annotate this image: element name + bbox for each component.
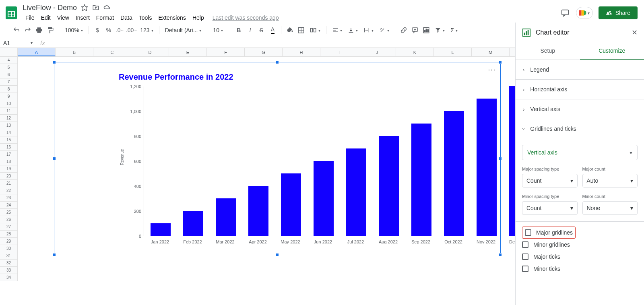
row-header[interactable]: 28	[0, 231, 18, 238]
halign-icon[interactable]: ▾	[330, 27, 345, 33]
minor-ticks-checkbox[interactable]: Minor ticks	[522, 263, 638, 275]
row-header[interactable]: 15	[0, 136, 18, 144]
meet-button[interactable]: ▾	[576, 7, 593, 19]
number-format-select[interactable]: 123▾	[138, 27, 155, 33]
resize-handle[interactable]	[499, 61, 502, 64]
menu-edit[interactable]: Edit	[38, 13, 54, 23]
row-header[interactable]: 32	[0, 260, 18, 267]
move-icon[interactable]	[92, 4, 99, 11]
column-header[interactable]: H	[283, 48, 320, 56]
select-all-corner[interactable]	[0, 48, 18, 56]
row-header[interactable]: 6	[0, 71, 18, 78]
menu-tools[interactable]: Tools	[136, 13, 155, 23]
currency-icon[interactable]: $	[92, 25, 103, 35]
row-header[interactable]: 22	[0, 187, 18, 194]
print-icon[interactable]	[34, 25, 44, 35]
insert-chart-icon[interactable]	[421, 25, 431, 35]
link-icon[interactable]	[398, 25, 409, 35]
major-ticks-checkbox[interactable]: Major ticks	[522, 251, 638, 263]
menu-insert[interactable]: Insert	[73, 13, 93, 23]
menu-help[interactable]: Help	[190, 13, 207, 23]
row-header[interactable]: 20	[0, 173, 18, 180]
chart-title[interactable]: Revenue Performance in 2022	[119, 72, 233, 82]
row-header[interactable]: 33	[0, 267, 18, 274]
row-header[interactable]: 11	[0, 107, 18, 115]
resize-handle[interactable]	[499, 253, 502, 256]
menu-data[interactable]: Data	[118, 13, 135, 23]
menu-view[interactable]: View	[54, 13, 72, 23]
text-color-icon[interactable]: A	[267, 25, 278, 35]
wrap-icon[interactable]: ▾	[361, 27, 376, 33]
row-header[interactable]: 25	[0, 209, 18, 216]
row-header[interactable]: 24	[0, 202, 18, 209]
column-header[interactable]: C	[93, 48, 131, 56]
menu-format[interactable]: Format	[93, 13, 117, 23]
row-header[interactable]: 18	[0, 158, 18, 165]
row-header[interactable]: 23	[0, 194, 18, 202]
column-header[interactable]: M	[472, 48, 510, 56]
row-header[interactable]: 31	[0, 252, 18, 260]
redo-icon[interactable]	[23, 25, 33, 35]
row-header[interactable]: 13	[0, 122, 18, 129]
major-gridlines-checkbox[interactable]: Major gridlines	[525, 229, 573, 237]
borders-icon[interactable]	[296, 25, 306, 35]
valign-icon[interactable]: ▾	[345, 27, 360, 33]
resize-handle[interactable]	[276, 61, 279, 64]
row-header[interactable]: 10	[0, 100, 18, 107]
minor-count-select[interactable]: None▾	[582, 201, 638, 215]
column-header[interactable]: L	[434, 48, 472, 56]
section-legend[interactable]: › Legend	[516, 60, 644, 80]
fill-color-icon[interactable]	[285, 25, 295, 35]
column-header[interactable]: B	[56, 48, 93, 56]
increase-decimal-icon[interactable]: .00→	[126, 25, 137, 35]
menu-file[interactable]: File	[23, 13, 37, 23]
column-header[interactable]: J	[358, 48, 396, 56]
row-header[interactable]: 8	[0, 86, 18, 93]
row-header[interactable]: 19	[0, 165, 18, 173]
decrease-decimal-icon[interactable]: .0←	[115, 25, 125, 35]
share-button[interactable]: Share	[599, 6, 638, 19]
minor-spacing-select[interactable]: Count▾	[522, 201, 578, 215]
column-header[interactable]: K	[396, 48, 434, 56]
name-box[interactable]: A1▾	[0, 38, 36, 47]
resize-handle[interactable]	[276, 253, 279, 256]
comment-history-icon[interactable]	[560, 8, 570, 18]
column-header[interactable]: G	[245, 48, 283, 56]
sheets-logo[interactable]	[3, 5, 19, 21]
row-header[interactable]: 14	[0, 129, 18, 136]
paint-format-icon[interactable]	[45, 25, 56, 35]
row-header[interactable]: 26	[0, 216, 18, 223]
functions-icon[interactable]: Σ▾	[448, 27, 460, 33]
major-count-select[interactable]: Auto▾	[582, 174, 638, 188]
close-icon[interactable]: ✕	[632, 28, 638, 37]
bold-icon[interactable]: B	[233, 25, 244, 35]
row-header[interactable]: 9	[0, 93, 18, 100]
chart-menu-icon[interactable]: ⋮	[487, 66, 496, 73]
section-gridlines[interactable]: › Gridlines and ticks	[516, 119, 644, 138]
column-header[interactable]: E	[169, 48, 207, 56]
cloud-icon[interactable]	[103, 4, 111, 11]
percent-icon[interactable]: %	[103, 25, 114, 35]
section-horizontal-axis[interactable]: › Horizontal axis	[516, 80, 644, 99]
row-header[interactable]: 5	[0, 64, 18, 71]
menu-extensions[interactable]: Extensions	[155, 13, 188, 23]
row-header[interactable]: 4	[0, 57, 18, 64]
minor-gridlines-checkbox[interactable]: Minor gridlines	[522, 239, 638, 251]
resize-handle[interactable]	[53, 253, 56, 256]
star-icon[interactable]	[81, 4, 88, 11]
row-header[interactable]: 29	[0, 238, 18, 245]
font-size-select[interactable]: 10▾	[211, 27, 227, 33]
row-header[interactable]: 17	[0, 151, 18, 158]
document-title[interactable]: LiveFlow - Demo	[23, 4, 77, 12]
column-header[interactable]: D	[131, 48, 169, 56]
row-header[interactable]: 30	[0, 245, 18, 252]
merge-cells-icon[interactable]: ▾	[307, 27, 323, 34]
column-header[interactable]: A	[18, 48, 56, 56]
gridlines-axis-select[interactable]: Vertical axis ▾	[522, 145, 638, 160]
zoom-select[interactable]: 100%▾	[62, 27, 85, 33]
column-header[interactable]: F	[207, 48, 245, 56]
resize-handle[interactable]	[53, 61, 56, 64]
row-header[interactable]: 7	[0, 78, 18, 86]
row-header[interactable]: 12	[0, 115, 18, 122]
font-select[interactable]: Default (Ari...▾	[163, 27, 204, 33]
